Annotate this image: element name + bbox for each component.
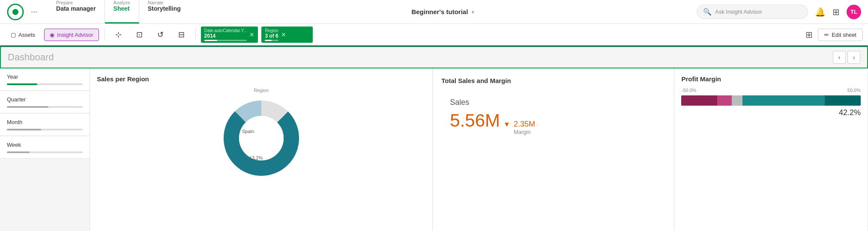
filter-chip-date-value: 2014: [204, 33, 247, 39]
notifications-icon[interactable]: 🔔: [815, 7, 826, 17]
toolbar-divider-2: [195, 29, 196, 41]
donut-svg-wrap: Spain 13.2%: [218, 95, 304, 181]
app-title[interactable]: Beginner's tutorial: [411, 8, 468, 15]
filter-year-label: Year: [7, 74, 83, 80]
main-content: Year Quarter Month Week Sale: [0, 68, 868, 231]
apps-grid-icon[interactable]: ⊞: [832, 7, 840, 17]
edit-sheet-button[interactable]: ✏ Edit sheet: [818, 29, 863, 41]
insight-advisor-icon: ◉: [50, 32, 54, 38]
lasso-tool-icon[interactable]: ⊡: [131, 27, 148, 42]
filter-month[interactable]: Month: [0, 114, 90, 136]
profit-scale-left: -50.0%: [681, 88, 696, 93]
dashboard-titlebar: Dashboard ‹ ›: [0, 46, 868, 68]
svg-point-5: [239, 116, 284, 160]
app-title-section: Beginner's tutorial ∨: [193, 8, 693, 15]
dashboard-prev-button[interactable]: ‹: [833, 51, 846, 64]
filter-quarter-slider[interactable]: [7, 106, 83, 108]
assets-label: Assets: [18, 32, 35, 38]
sales-main-value: 5.56M: [450, 110, 500, 131]
filter-quarter-label: Quarter: [7, 96, 83, 103]
svg-text:13.2%: 13.2%: [249, 155, 263, 160]
profit-segment-1: [681, 95, 717, 106]
margin-value: 2.35M: [514, 120, 535, 128]
filter-chip-date-inner: Date.autoCalendar.Y... 2014: [204, 28, 247, 41]
donut-region-label: Region: [254, 88, 269, 93]
insight-advisor-button[interactable]: ◉ Insight Advisor: [44, 29, 99, 41]
user-avatar[interactable]: TL: [847, 5, 861, 19]
sales-per-region-title: Sales per Region: [97, 75, 425, 83]
analyze-label: Analyze: [114, 0, 130, 5]
profit-segment-3: [732, 95, 742, 106]
filter-chip-date-close[interactable]: ✕: [249, 31, 254, 38]
sales-arrow: ▼: [503, 121, 510, 128]
profit-scale: -50.0% 50.0%: [681, 88, 861, 93]
nav-analyze[interactable]: Analyze Sheet: [105, 0, 139, 24]
dashboard-navigation: ‹ ›: [833, 51, 860, 64]
filter-chip-region-progress: [265, 40, 278, 41]
filter-chip-date-progress-bar: [204, 40, 217, 41]
filter-month-slider[interactable]: [7, 129, 83, 130]
sales-label: Sales: [450, 98, 657, 107]
filter-week-fill: [7, 151, 30, 153]
svg-text:Spain: Spain: [242, 129, 254, 134]
total-sales-panel: Total Sales and Margin Sales 5.56M ▼ 2.3…: [433, 68, 674, 231]
filter-chip-region-progress-bar: [265, 40, 272, 41]
sales-value-row: 5.56M ▼ 2.35M · Margin: [450, 110, 657, 135]
qlik-logo[interactable]: [7, 3, 24, 21]
filter-week[interactable]: Week: [0, 136, 90, 159]
search-icon: 🔍: [703, 8, 712, 16]
filter-chip-region-inner: Region 3 of 6: [265, 28, 278, 41]
filter-chip-region-label: Region: [265, 28, 278, 33]
dashboard-next-button[interactable]: ›: [847, 51, 860, 64]
insight-advisor-label: Insight Advisor: [57, 32, 93, 38]
nav-sections: Prepare Data manager Analyze Sheet Narra…: [48, 0, 189, 24]
donut-chart-container: Region Spain 13.2%: [97, 88, 425, 224]
assets-button[interactable]: ▢ Assets: [5, 29, 41, 41]
filter-month-label: Month: [7, 119, 83, 125]
filter-chip-region-close[interactable]: ✕: [281, 31, 286, 38]
redo-icon[interactable]: ⊟: [173, 27, 190, 42]
filter-year-fill: [7, 83, 37, 85]
filter-week-slider[interactable]: [7, 151, 83, 153]
nav-right-section: 🔍 Ask Insight Advisor 🔔 ⊞ TL: [697, 5, 861, 19]
svg-point-1: [12, 9, 18, 15]
sales-per-region-panel: Sales per Region Region Spain: [90, 68, 433, 231]
toolbar-right: ⊞ ✏ Edit sheet: [805, 29, 863, 41]
left-sidebar: Year Quarter Month Week: [0, 68, 90, 231]
undo-icon[interactable]: ↺: [152, 27, 169, 42]
profit-margin-content: -50.0% 50.0% 42.2%: [681, 88, 861, 117]
filter-chip-region-value: 3 of 6: [265, 33, 278, 39]
more-options-icon[interactable]: ···: [31, 7, 37, 16]
narrate-subtitle: Storytelling: [148, 5, 181, 12]
profit-value: 42.2%: [681, 108, 861, 117]
toolbar-divider-1: [104, 29, 105, 41]
narrate-label: Narrate: [148, 0, 181, 5]
nav-narrate[interactable]: Narrate Storytelling: [139, 0, 189, 24]
app-dropdown-icon[interactable]: ∨: [471, 9, 474, 14]
filter-month-fill: [7, 129, 41, 130]
nav-prepare[interactable]: Prepare Data manager: [48, 0, 105, 24]
total-sales-title: Total Sales and Margin: [441, 77, 665, 84]
grid-view-icon[interactable]: ⊞: [805, 30, 813, 40]
select-tool-icon[interactable]: ⊹: [110, 27, 127, 42]
top-navbar: ··· Prepare Data manager Analyze Sheet N…: [0, 0, 868, 24]
filter-chip-date[interactable]: Date.autoCalendar.Y... 2014 ✕: [201, 27, 258, 43]
edit-icon: ✏: [824, 32, 829, 38]
filter-year-slider[interactable]: [7, 83, 83, 85]
ask-insight-search[interactable]: 🔍 Ask Insight Advisor: [697, 5, 808, 19]
margin-label: Margin: [514, 129, 539, 135]
sales-values-section: Sales 5.56M ▼ 2.35M · Margin: [441, 89, 665, 144]
analyze-subtitle: Sheet: [114, 5, 130, 12]
filter-chip-date-progress: [204, 40, 247, 41]
filter-quarter[interactable]: Quarter: [0, 91, 90, 113]
filter-quarter-fill: [7, 106, 48, 108]
dashboard-title: Dashboard: [8, 52, 54, 63]
filter-chip-region[interactable]: Region 3 of 6 ✕: [261, 27, 313, 43]
donut-chart-svg: Spain 13.2%: [218, 95, 304, 181]
prepare-label: Prepare: [56, 0, 96, 5]
profit-segment-4: [742, 95, 825, 106]
profit-margin-title: Profit Margin: [681, 75, 861, 83]
filter-week-label: Week: [7, 142, 83, 148]
profit-bar: [681, 95, 861, 106]
filter-year[interactable]: Year: [0, 68, 90, 91]
